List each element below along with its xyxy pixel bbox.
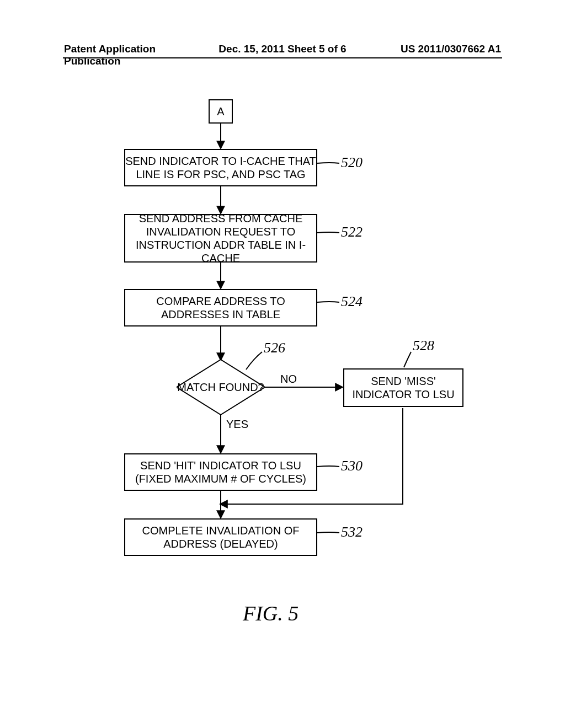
step-522-text: SEND ADDRESS FROM CACHE INVALIDATION REQ… <box>125 212 316 265</box>
header-right: US 2011/0307662 A1 <box>355 43 501 67</box>
step-532-text: COMPLETE INVALIDATION OF ADDRESS (DELAYE… <box>125 524 316 550</box>
step-530-text: SEND 'HIT' INDICATOR TO LSU (FIXED MAXIM… <box>125 459 316 485</box>
step-520-text: SEND INDICATOR TO I-CACHE THAT LINE IS F… <box>125 154 316 181</box>
header-rule <box>63 57 502 58</box>
step-530-box: SEND 'HIT' INDICATOR TO LSU (FIXED MAXIM… <box>124 453 317 491</box>
step-524-box: COMPARE ADDRESS TO ADDRESSES IN TABLE <box>124 289 317 326</box>
step-532-box: COMPLETE INVALIDATION OF ADDRESS (DELAYE… <box>124 518 317 556</box>
edge-no-label: NO <box>280 373 297 386</box>
step-528-box: SEND 'MISS' INDICATOR TO LSU <box>343 368 463 407</box>
ref-522: 522 <box>341 224 363 240</box>
ref-530: 530 <box>341 458 363 474</box>
header-left: Patent Application Publication <box>64 43 210 67</box>
ref-526: 526 <box>264 340 285 356</box>
decision-526-match-found: MATCH FOUND? <box>177 360 265 415</box>
ref-528: 528 <box>413 338 434 354</box>
decision-526-text: MATCH FOUND? <box>177 360 265 415</box>
ref-532: 532 <box>341 524 363 540</box>
patent-page: Patent Application Publication Dec. 15, … <box>0 0 565 728</box>
flowchart: A SEND INDICATOR TO I-CACHE THAT LINE IS… <box>0 88 565 728</box>
step-528-text: SEND 'MISS' INDICATOR TO LSU <box>344 374 462 401</box>
step-524-text: COMPARE ADDRESS TO ADDRESSES IN TABLE <box>125 295 316 321</box>
edge-yes-label: YES <box>226 418 248 431</box>
entry-node-a: A <box>209 99 233 124</box>
header-center: Dec. 15, 2011 Sheet 5 of 6 <box>210 43 355 67</box>
page-header: Patent Application Publication Dec. 15, … <box>0 43 565 67</box>
step-520-box: SEND INDICATOR TO I-CACHE THAT LINE IS F… <box>124 149 317 186</box>
entry-node-a-label: A <box>217 105 224 118</box>
ref-524: 524 <box>341 293 363 310</box>
ref-520: 520 <box>341 154 363 171</box>
step-522-box: SEND ADDRESS FROM CACHE INVALIDATION REQ… <box>124 214 317 263</box>
figure-caption: FIG. 5 <box>243 601 299 625</box>
